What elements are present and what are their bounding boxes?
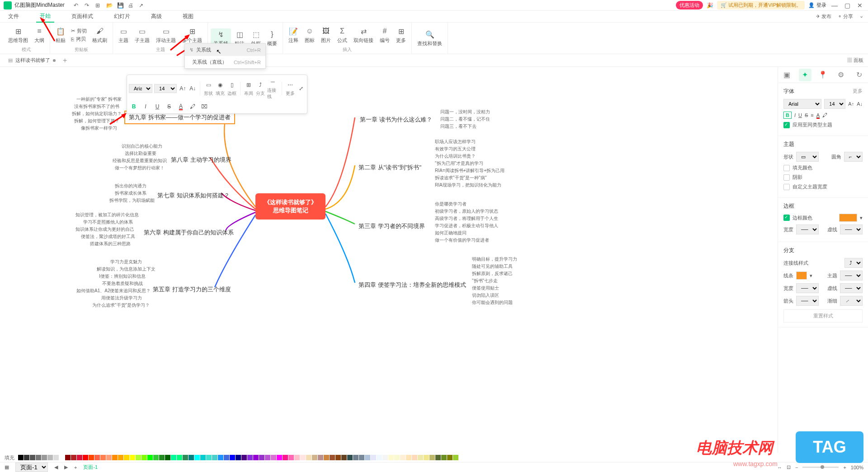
dropdown-icon[interactable]: ▾	[860, 215, 863, 221]
border-width-select[interactable]: ──	[796, 224, 819, 234]
leaf[interactable]: 拆书家成长体系	[113, 190, 148, 197]
palette-swatch[interactable]	[200, 455, 206, 460]
fit-page-icon[interactable]: ⊡	[787, 464, 791, 470]
border-dash-select[interactable]: ──	[840, 224, 863, 234]
leaf[interactable]: 拆读追求"干货"是一种"病"	[433, 174, 488, 182]
font-family-select[interactable]: Arial	[129, 84, 152, 93]
palette-swatch[interactable]	[18, 455, 24, 460]
print-icon[interactable]: 🖨	[128, 2, 134, 9]
font-shrink-icon[interactable]: A↓	[857, 101, 863, 107]
leaf[interactable]: 做一个有价值的学习促进者	[433, 237, 491, 244]
leaf[interactable]: 如何借助A1、A2便签来追问和反思？	[75, 287, 152, 294]
branch-dash-select[interactable]: ──	[840, 283, 863, 293]
palette-swatch[interactable]	[47, 455, 53, 460]
palette-swatch[interactable]	[259, 455, 264, 460]
rp-font-family[interactable]: Arial	[783, 99, 821, 109]
palette-swatch[interactable]	[112, 455, 118, 460]
leaf[interactable]: 问题二，看不懂，记不住	[439, 116, 492, 123]
rp-tab-pin-icon[interactable]: 📍	[816, 69, 829, 81]
tab-advanced[interactable]: 高级	[147, 11, 165, 22]
palette-swatch[interactable]	[271, 455, 276, 460]
palette-swatch[interactable]	[300, 455, 306, 460]
prev-page-icon[interactable]: ◀	[54, 464, 58, 470]
palette-swatch[interactable]	[94, 455, 100, 460]
panel-toggle[interactable]: ▥ 面板	[847, 57, 863, 64]
leaf[interactable]: 问题三，看不下去	[439, 123, 478, 130]
palette-swatch[interactable]	[388, 455, 394, 460]
zoom-level[interactable]: 100%	[851, 465, 863, 470]
leaf[interactable]: 搭建体系的三种思路	[88, 240, 132, 248]
bilink-button[interactable]: ⇄双向链接	[351, 25, 376, 45]
branch-ch8[interactable]: 第八章 主动学习的境界	[167, 154, 235, 166]
palette-swatch[interactable]	[224, 455, 229, 460]
more-options-icon[interactable]: ⋯	[285, 80, 295, 90]
palette-swatch[interactable]	[130, 455, 135, 460]
underline-icon[interactable]: U	[152, 102, 162, 112]
palette-swatch[interactable]	[124, 455, 129, 460]
branch-ch4[interactable]: 第四章 便签学习法：培养全新的思维模式	[355, 279, 470, 291]
palette-swatch[interactable]	[335, 455, 341, 460]
branch-ch3[interactable]: 第三章 学习者的不同境界	[355, 220, 429, 232]
palette-swatch[interactable]	[89, 455, 94, 460]
undo-icon[interactable]: ↶	[74, 2, 80, 9]
copy-button[interactable]: ⎘拷贝	[69, 35, 89, 43]
leaf[interactable]: 选择比勤奋重要	[123, 150, 158, 157]
doc-tab-active[interactable]: ▤ 这样读书就够了	[5, 56, 59, 65]
palette-swatch[interactable]	[294, 455, 300, 460]
fit-width-icon[interactable]: ↔	[777, 465, 782, 470]
rp-tab-settings-icon[interactable]: ⚙	[835, 69, 847, 81]
page-select[interactable]: 页面-1	[15, 463, 48, 472]
palette-swatch[interactable]	[165, 455, 170, 460]
leaf[interactable]: 学习力是克魅力	[108, 258, 144, 266]
leaf[interactable]: 拆解原则，反求诸己	[470, 270, 514, 277]
leaf[interactable]: 经验和反思是最重要的知识	[111, 157, 169, 164]
italic-icon[interactable]: I	[141, 102, 151, 112]
line-color-swatch[interactable]	[796, 271, 807, 280]
palette-swatch[interactable]	[106, 455, 112, 460]
palette-swatch[interactable]	[71, 455, 76, 460]
leaf[interactable]: 便签使用贴士	[470, 285, 501, 292]
border-color-checkbox[interactable]	[783, 215, 790, 221]
font-grow-icon[interactable]: A↑	[179, 84, 187, 93]
page-view-icon[interactable]: ▦	[5, 464, 9, 470]
highlight-icon[interactable]: 🖍	[822, 112, 827, 118]
branch-ch1[interactable]: 第一章 读书为什么这么难？	[356, 114, 436, 126]
palette-swatch[interactable]	[312, 455, 317, 460]
close-icon[interactable]: ✕	[855, 2, 864, 9]
palette-swatch[interactable]	[330, 455, 335, 460]
leaf[interactable]: 你是哪类学习者	[433, 201, 468, 208]
palette-swatch[interactable]	[394, 455, 400, 460]
image-button[interactable]: 🖼图片	[318, 25, 334, 45]
zoom-out-icon[interactable]: −	[795, 465, 798, 470]
palette-swatch[interactable]	[353, 455, 359, 460]
mindmap-mode-button[interactable]: ⊞思维导图	[5, 25, 31, 45]
palette-swatch[interactable]	[147, 455, 153, 460]
palette-swatch[interactable]	[277, 455, 282, 460]
palette-swatch[interactable]	[183, 455, 188, 460]
next-page-icon[interactable]: ▶	[64, 464, 68, 470]
cut-button[interactable]: ✂剪切	[69, 27, 89, 35]
add-tab-button[interactable]: +	[63, 56, 67, 65]
palette-swatch[interactable]	[400, 455, 406, 460]
leaf[interactable]: 职场人应该怎样学习	[433, 138, 477, 145]
palette-swatch[interactable]	[365, 455, 370, 460]
palette-swatch[interactable]	[288, 455, 294, 460]
border-icon[interactable]: ▯	[227, 80, 237, 90]
open-icon[interactable]: 📂	[106, 2, 113, 9]
topic-button[interactable]: ▭主题	[116, 25, 131, 45]
palette-swatch[interactable]	[177, 455, 182, 460]
number-button[interactable]: #编号	[377, 25, 392, 45]
highlight-icon[interactable]: 🖍	[188, 102, 198, 112]
color-palette[interactable]	[18, 455, 458, 460]
page-tab[interactable]: 页面-1	[83, 464, 98, 471]
leaf[interactable]: "拆书"七步走	[470, 277, 500, 285]
palette-swatch[interactable]	[77, 455, 82, 460]
palette-swatch[interactable]	[406, 455, 411, 460]
leaf[interactable]: "拆为已用"才是真的学习	[433, 160, 485, 167]
expand-icon[interactable]: ⌄	[859, 13, 863, 20]
rp-tab-style-icon[interactable]: ✦	[799, 69, 811, 81]
leaf[interactable]: 学习促进者，积极主动引导他人	[433, 222, 500, 229]
login-button[interactable]: 👤登录	[808, 2, 826, 9]
branch-icon[interactable]: ⤴	[255, 80, 265, 90]
palette-swatch[interactable]	[382, 455, 388, 460]
